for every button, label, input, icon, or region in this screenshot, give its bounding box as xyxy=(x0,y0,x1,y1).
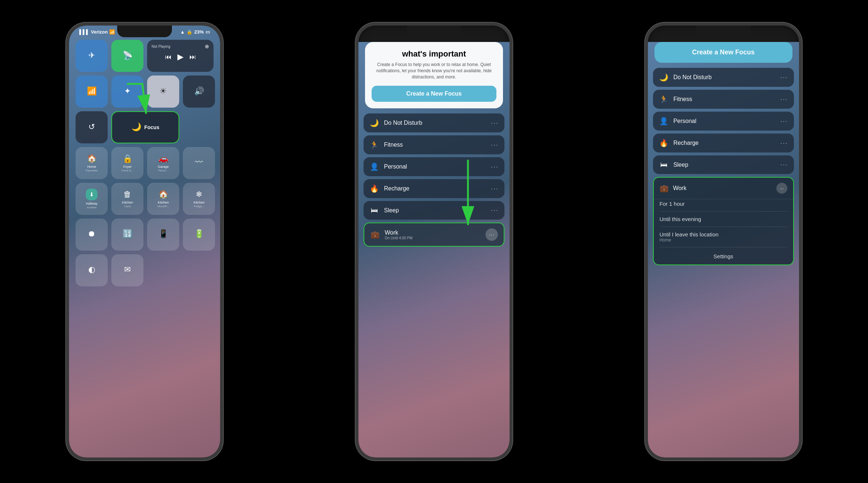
kitchen-home-tile[interactable]: 🏠 Kitchen HomeP... xyxy=(147,183,179,215)
create-new-focus-button-3[interactable]: Create a New Focus xyxy=(654,42,792,63)
work-dots-btn[interactable]: ··· xyxy=(485,228,498,241)
calc-icon: 🔢 xyxy=(123,229,132,239)
phone-2-screen: what's important Create a Focus to help … xyxy=(358,26,510,457)
settings-option[interactable]: Settings xyxy=(660,252,787,259)
cellular-tile[interactable]: 📡 xyxy=(111,40,143,72)
fitness-item[interactable]: 🏃 Fitness ··· xyxy=(364,135,504,154)
dnd-dots[interactable]: ··· xyxy=(491,119,499,127)
until-leave-location-option[interactable]: Until I leave this location Home xyxy=(660,231,787,243)
focus-list-2: 🌙 Do Not Disturb ··· 🏃 Fitness ··· 👤 xyxy=(358,113,510,247)
phone-3-background: Create a New Focus 🌙 Do Not Disturb ··· … xyxy=(648,42,799,457)
battery2-icon: 🔋 xyxy=(194,229,204,239)
personal-item[interactable]: 👤 Personal ··· xyxy=(364,157,504,176)
work-label: Work xyxy=(385,229,412,236)
mail-tile[interactable]: ✉ xyxy=(111,254,143,286)
p3-sleep-item[interactable]: 🛏 Sleep ··· xyxy=(653,155,794,174)
rewind-icon[interactable]: ⏮ xyxy=(165,53,172,61)
battery-label: 23% xyxy=(194,29,204,35)
work-expanded-label: Work xyxy=(673,185,687,192)
phone-2: what's important Create a Focus to help … xyxy=(356,23,512,460)
garage-tile[interactable]: 🚗 Garage Perch... xyxy=(147,147,179,179)
ecobee-tile[interactable]: 🌡 Hallway ecobee xyxy=(76,183,108,215)
sleep-dots[interactable]: ··· xyxy=(491,206,499,214)
work-expanded-left: 💼 Work xyxy=(660,184,687,193)
create-new-focus-button[interactable]: Create a New Focus xyxy=(372,86,496,102)
recharge-item[interactable]: 🔥 Recharge ··· xyxy=(364,179,504,198)
work-divider-4 xyxy=(660,247,787,247)
location-icon: ▲ xyxy=(180,29,185,35)
sleep-item-left: 🛏 Sleep xyxy=(369,206,399,215)
calc-tile[interactable]: 🔢 xyxy=(111,219,143,251)
p3-dnd-dots[interactable]: ··· xyxy=(780,74,788,81)
carrier-label: Verizon xyxy=(91,29,108,35)
foyer-tile[interactable]: 🔒 Foyer Front D... xyxy=(111,147,143,179)
recharge-label: Recharge xyxy=(384,185,409,192)
p3-personal-item[interactable]: 👤 Personal ··· xyxy=(653,112,794,131)
focus-label: Focus xyxy=(144,124,159,130)
ecobee-icon: 🌡 xyxy=(86,189,97,200)
work-subtitle: On Until 4:00 PM xyxy=(385,236,412,240)
until-leave-label: Until I leave this location xyxy=(660,231,787,237)
lock-icon: 🔒 xyxy=(187,29,192,35)
record-tile[interactable]: ⏺ xyxy=(76,219,108,251)
work-item[interactable]: 💼 Work On Until 4:00 PM ··· xyxy=(364,223,504,247)
p3-recharge-icon: 🔥 xyxy=(659,139,669,147)
sleep-label: Sleep xyxy=(384,207,399,214)
wifi-tile[interactable]: 📶 xyxy=(76,76,108,108)
kitchen-fridge-icon: ❄ xyxy=(196,190,202,199)
sleep-item[interactable]: 🛏 Sleep ··· xyxy=(364,201,504,220)
fitness-dots[interactable]: ··· xyxy=(491,141,499,149)
until-this-evening-option[interactable]: Until this evening xyxy=(660,216,787,222)
airplane-tile[interactable]: ✈ xyxy=(76,40,108,72)
dark-mode-tile[interactable]: ◐ xyxy=(76,254,108,286)
p3-dnd-item[interactable]: 🌙 Do Not Disturb ··· xyxy=(653,68,794,87)
play-icon[interactable]: ▶ xyxy=(177,52,184,62)
extra-tile[interactable]: 〰 xyxy=(183,147,215,179)
kitchen-cans-label: Kitchen xyxy=(122,201,133,205)
battery-tile[interactable]: 🔋 xyxy=(183,219,215,251)
phone-1-background: ▌▌▌ Verizon 📶 ▲ 🔒 23% ▭ ✈ 📡 xyxy=(69,26,220,457)
work-dots-icon: ··· xyxy=(489,232,495,237)
personal-dots[interactable]: ··· xyxy=(491,163,499,171)
work-divider-3 xyxy=(660,227,787,227)
focus-promo-card: what's important Create a Focus to help … xyxy=(365,42,503,108)
garage-icon: 🚗 xyxy=(158,154,168,163)
focus-promo-desc: Create a Focus to help you work or to re… xyxy=(372,62,496,80)
work-expanded-dots-btn[interactable]: ··· xyxy=(776,183,787,194)
home-tile-label-1: Home xyxy=(87,165,96,169)
p3-sleep-dots[interactable]: ··· xyxy=(780,161,788,169)
p3-fitness-icon: 🏃 xyxy=(659,95,669,104)
kitchen-cans-tile[interactable]: 🗑 Kitchen Cans xyxy=(111,183,143,215)
garage-sub: Perch... xyxy=(158,169,169,172)
status-left-1: ▌▌▌ Verizon 📶 xyxy=(79,29,115,35)
kitchen-fridge-label: Kitchen xyxy=(193,201,204,205)
remote-tile[interactable]: 📱 xyxy=(147,219,179,251)
focus-promo-title: what's important xyxy=(372,49,496,59)
recharge-dots[interactable]: ··· xyxy=(491,185,499,193)
kitchen-fridge-sub: Fridge... xyxy=(194,205,204,208)
dnd-item[interactable]: 🌙 Do Not Disturb ··· xyxy=(364,113,504,132)
p3-sleep-left: 🛏 Sleep xyxy=(659,161,688,169)
fast-forward-icon[interactable]: ⏭ xyxy=(189,53,196,61)
brightness-tile[interactable]: ☀ xyxy=(147,76,179,108)
focus-tile[interactable]: 🌙 Focus xyxy=(111,111,179,143)
home-icon: 🏠 xyxy=(87,154,97,163)
p3-fitness-item[interactable]: 🏃 Fitness ··· xyxy=(653,90,794,109)
p3-recharge-dots[interactable]: ··· xyxy=(780,139,788,147)
p3-fitness-dots[interactable]: ··· xyxy=(780,96,788,103)
work-expanded-header[interactable]: 💼 Work ··· xyxy=(654,178,793,199)
media-tile[interactable]: Not Playing ⊕ ⏮ ▶ ⏭ xyxy=(147,40,214,72)
recharge-item-left: 🔥 Recharge xyxy=(369,184,409,193)
kitchen-fridge-tile[interactable]: ❄ Kitchen Fridge... xyxy=(183,183,215,215)
bluetooth-tile[interactable]: ✦ xyxy=(111,76,143,108)
volume-tile[interactable]: 🔊 xyxy=(183,76,215,108)
for-1-hour-option[interactable]: For 1 hour xyxy=(660,201,787,207)
wifi-icon: 📶 xyxy=(109,29,115,35)
home-favorites-tile[interactable]: 🏠 Home Favorites xyxy=(76,147,108,179)
moon-icon-2: 🌙 xyxy=(369,119,380,127)
p3-recharge-item[interactable]: 🔥 Recharge ··· xyxy=(653,134,794,152)
p3-fitness-left: 🏃 Fitness xyxy=(659,95,692,104)
record-icon: ⏺ xyxy=(88,229,96,239)
p3-personal-dots[interactable]: ··· xyxy=(780,117,788,125)
screen-rotation-tile[interactable]: ↺ xyxy=(76,111,108,143)
